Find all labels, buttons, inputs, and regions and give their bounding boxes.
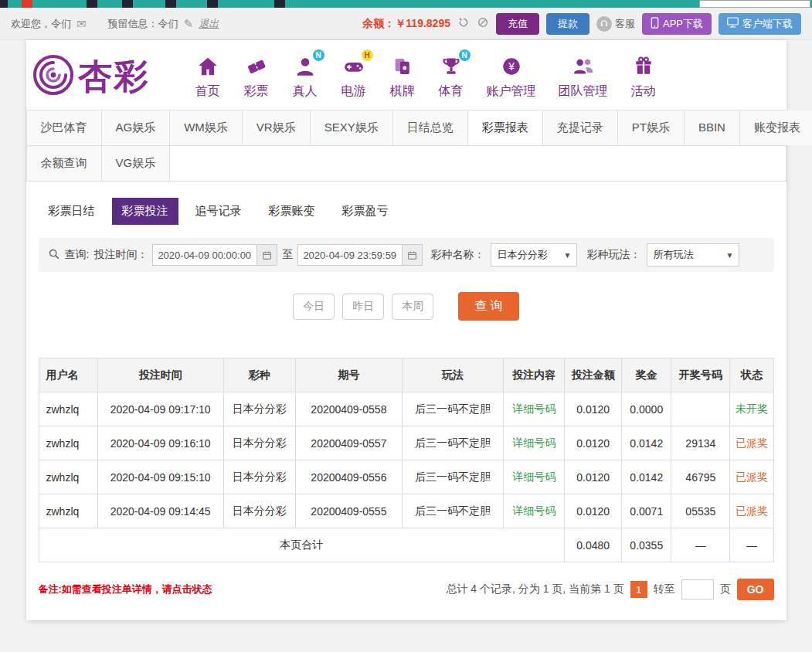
brand-name: 杏彩 (79, 54, 150, 100)
tab-pt[interactable]: PT娱乐 (618, 110, 685, 145)
time-to-input[interactable] (297, 244, 403, 266)
subtab-daily[interactable]: 彩票日结 (39, 198, 105, 225)
gamepad-icon: H (341, 53, 367, 80)
nav-item-egames[interactable]: H 电游 (341, 53, 367, 100)
table-row: zwhzlq 2020-04-09 09:17:10 日本分分彩 2020040… (39, 392, 773, 426)
person-icon: N (292, 53, 318, 80)
strip-segment (122, 0, 133, 8)
table-header-row: 用户名 投注时间 彩种 期号 玩法 投注内容 投注金额 奖金 开奖号码 状态 (39, 358, 773, 392)
chevron-down-icon: ▼ (563, 251, 571, 260)
col-status: 状态 (730, 358, 773, 392)
yesterday-button[interactable]: 昨日 (342, 294, 384, 320)
nav-item-boardgames[interactable]: 棋牌 (389, 53, 416, 100)
refresh-icon[interactable] (457, 16, 470, 31)
strip-segment (274, 0, 285, 8)
total-numbers: — (671, 528, 730, 562)
calendar-icon[interactable] (403, 244, 423, 266)
subtab-bets[interactable]: 彩票投注 (112, 198, 178, 225)
tab-vg[interactable]: VG娱乐 (102, 146, 171, 181)
customer-service-button[interactable]: 客服 (596, 16, 635, 32)
phone-icon (651, 17, 659, 31)
table-row: zwhzlq 2020-04-09 09:16:10 日本分分彩 2020040… (39, 426, 773, 460)
mail-icon[interactable]: ✉ (76, 17, 87, 31)
logout-link[interactable]: 退出 (199, 17, 219, 31)
nav-item-team[interactable]: 团队管理 (559, 53, 608, 100)
page-number-button[interactable]: 1 (630, 581, 647, 598)
lottery-select[interactable]: 日本分分彩 ▼ (491, 243, 577, 267)
nav-item-live[interactable]: N 真人 (292, 53, 318, 100)
table-row: zwhzlq 2020-04-09 09:14:45 日本分分彩 2020040… (39, 494, 773, 528)
nav-item-account[interactable]: ¥ 账户管理 (487, 53, 536, 100)
table-row: zwhzlq 2020-04-09 09:15:10 日本分分彩 2020040… (39, 460, 773, 494)
page-label: 页 (720, 582, 731, 596)
deposit-button[interactable]: 充值 (496, 13, 539, 35)
browser-popup (699, 0, 810, 8)
footer-row: 备注:如需查看投注单详情，请点击状态 总计 4 个记录, 分为 1 页, 当前第… (39, 579, 774, 600)
search-button[interactable]: 查 询 (458, 292, 518, 321)
subtab-chase[interactable]: 追号记录 (185, 198, 252, 225)
page-total-label: 本页合计 (39, 528, 565, 562)
tab-daily-overview[interactable]: 日结总览 (393, 110, 468, 145)
strip-segment (87, 0, 97, 8)
time-from-input[interactable] (152, 244, 257, 266)
goto-label: 转至 (654, 582, 675, 596)
nav-item-sports[interactable]: N 体育 (438, 53, 464, 100)
calendar-icon[interactable] (257, 244, 277, 266)
topbar: 欢迎您，令们 ✉ 预留信息：令们 ✎ 退出 余额：￥119.8295 充值 提款… (0, 8, 812, 40)
hide-balance-icon[interactable] (477, 16, 489, 31)
subtab-account-change[interactable]: 彩票账变 (259, 198, 325, 225)
tab-shaba[interactable]: 沙巴体育 (27, 110, 102, 145)
report-tabs: 沙巴体育 AG娱乐 WM娱乐 VR娱乐 SEXY娱乐 日结总览 彩票报表 充提记… (26, 110, 787, 182)
today-button[interactable]: 今日 (293, 294, 335, 320)
tab-lottery-report[interactable]: 彩票报表 (468, 110, 543, 145)
tab-account-change-report[interactable]: 账变报表 (740, 110, 812, 145)
tab-ag[interactable]: AG娱乐 (102, 110, 171, 145)
client-download-button[interactable]: 客户端下载 (719, 13, 801, 35)
withdraw-button[interactable]: 提款 (546, 13, 589, 35)
browser-strip (0, 0, 812, 8)
this-week-button[interactable]: 本周 (392, 294, 433, 320)
app-download-button[interactable]: APP下载 (642, 13, 712, 35)
main-nav: 首页 彩票 N 真人 H 电游 (195, 53, 657, 100)
edit-icon[interactable]: ✎ (184, 17, 194, 31)
trophy-icon: N (438, 53, 464, 80)
badge-h: H (362, 49, 373, 61)
detail-numbers-link[interactable]: 详细号码 (512, 470, 555, 483)
quick-buttons-row: 今日 昨日 本周 查 询 (26, 292, 787, 321)
tab-deposit-records[interactable]: 充提记录 (543, 110, 618, 145)
status-link[interactable]: 未开奖 (736, 402, 768, 415)
reserved-info-text: 预留信息：令们 (108, 17, 178, 31)
tab-sexy[interactable]: SEXY娱乐 (311, 110, 393, 145)
strip-segment-red (22, 0, 32, 8)
nav-item-activity[interactable]: 活动 (630, 53, 657, 100)
play-type-select[interactable]: 所有玩法 ▼ (647, 243, 739, 267)
goto-page-input[interactable] (681, 579, 714, 599)
tab-wm[interactable]: WM娱乐 (170, 110, 243, 145)
logo-icon (31, 53, 76, 100)
col-bet-time: 投注时间 (97, 358, 223, 392)
tab-balance-query[interactable]: 余额查询 (27, 146, 102, 181)
tab-bbin[interactable]: BBIN (685, 110, 740, 145)
bets-table-wrap: 用户名 投注时间 彩种 期号 玩法 投注内容 投注金额 奖金 开奖号码 状态 z… (39, 358, 774, 562)
status-link[interactable]: 已派奖 (736, 470, 768, 483)
detail-numbers-link[interactable]: 详细号码 (512, 402, 555, 415)
search-icon (48, 248, 60, 263)
strip-segment (207, 0, 218, 8)
bet-time-label: 投注时间： (93, 248, 148, 262)
tab-vr[interactable]: VR娱乐 (243, 110, 311, 145)
status-link[interactable]: 已派奖 (736, 436, 768, 449)
subtab-profit[interactable]: 彩票盈亏 (332, 198, 399, 225)
badge-n: N (313, 49, 324, 61)
nav-item-lottery[interactable]: 彩票 (243, 53, 270, 100)
play-type-label: 彩种玩法： (586, 248, 640, 262)
detail-numbers-link[interactable]: 详细号码 (512, 504, 555, 517)
site-logo[interactable]: 杏彩 (31, 53, 195, 100)
nav-item-home[interactable]: 首页 (195, 53, 221, 100)
tabs-row-1: 沙巴体育 AG娱乐 WM娱乐 VR娱乐 SEXY娱乐 日结总览 彩票报表 充提记… (27, 110, 786, 145)
status-link[interactable]: 已派奖 (736, 504, 768, 517)
go-button[interactable]: GO (737, 579, 774, 600)
lottery-name-label: 彩种名称： (430, 248, 484, 262)
col-lottery: 彩种 (223, 358, 295, 392)
col-amount: 投注金额 (565, 358, 622, 392)
detail-numbers-link[interactable]: 详细号码 (512, 436, 555, 449)
